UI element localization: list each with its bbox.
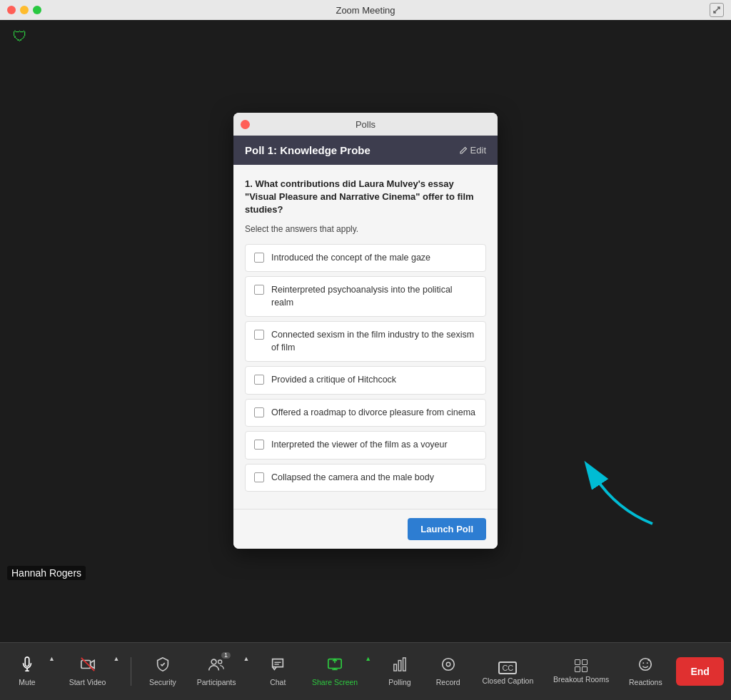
reactions-icon	[637, 656, 653, 675]
participants-chevron-icon[interactable]: ▲	[243, 655, 250, 662]
participants-button[interactable]: 1 Participants	[191, 652, 242, 691]
modal-titlebar: Polls	[233, 113, 498, 136]
security-button[interactable]: Security	[143, 652, 183, 691]
checkbox-5[interactable]	[254, 407, 264, 417]
video-icon	[80, 656, 96, 675]
svg-rect-14	[403, 658, 405, 671]
record-icon	[440, 656, 456, 675]
video-group: Start Video ▲	[64, 652, 120, 691]
record-button[interactable]: Record	[428, 652, 468, 691]
poll-question: 1. What contributions did Laura Mulvey's…	[245, 178, 486, 217]
video-button[interactable]: Start Video	[64, 652, 112, 691]
svg-point-15	[442, 659, 454, 671]
svg-point-18	[643, 662, 645, 664]
answer-option-4[interactable]: Provided a critique of Hitchcock	[245, 366, 486, 395]
answer-option-5[interactable]: Offered a roadmap to divorce pleasure fr…	[245, 399, 486, 427]
polling-label: Polling	[388, 678, 411, 686]
minimize-button[interactable]	[20, 6, 29, 14]
participant-count: 1	[221, 652, 231, 659]
video-chevron-icon[interactable]: ▲	[113, 655, 119, 662]
main-area: 🛡 Polls Poll 1: Knowledge Probe Edit 1. …	[0, 20, 731, 662]
checkbox-2[interactable]	[254, 285, 264, 295]
cc-label: Closed Caption	[482, 676, 533, 685]
mute-label: Mute	[19, 678, 35, 686]
expand-button[interactable]	[710, 3, 724, 17]
polling-icon	[393, 656, 407, 675]
share-screen-icon	[327, 656, 343, 675]
modal-title: Polls	[356, 119, 375, 130]
reactions-button[interactable]: Reactions	[623, 652, 668, 691]
mute-icon	[19, 656, 35, 675]
cc-badge: CC	[498, 661, 517, 674]
share-screen-button[interactable]: Share Screen	[306, 652, 363, 691]
answer-option-2[interactable]: Reinterpreted psychoanalysis into the po…	[245, 276, 486, 317]
title-bar: Zoom Meeting	[0, 0, 731, 20]
svg-point-5	[211, 659, 216, 664]
answer-text-6: Interpreted the viewer of the film as a …	[271, 439, 448, 452]
checkbox-6[interactable]	[254, 440, 264, 450]
grid-cell-1	[575, 659, 580, 665]
edit-button[interactable]: Edit	[459, 145, 486, 156]
video-label: Start Video	[69, 678, 106, 686]
svg-point-6	[218, 660, 222, 664]
cc-icon: CC	[498, 658, 517, 674]
poll-footer: Launch Poll	[233, 509, 498, 549]
svg-point-16	[446, 662, 450, 666]
modal-close-button[interactable]	[241, 120, 250, 129]
record-label: Record	[436, 678, 460, 686]
poll-content: 1. What contributions did Laura Mulvey's…	[233, 165, 498, 509]
breakout-icon	[575, 659, 588, 672]
share-group: Share Screen ▲	[306, 652, 371, 691]
share-chevron-icon[interactable]: ▲	[365, 655, 371, 662]
answer-option-6[interactable]: Interpreted the viewer of the film as a …	[245, 431, 486, 460]
grid-cell-3	[575, 666, 580, 672]
answer-text-7: Collapsed the camera and the male body	[271, 472, 434, 485]
polls-modal: Polls Poll 1: Knowledge Probe Edit 1. Wh…	[233, 113, 498, 549]
polling-button[interactable]: Polling	[380, 652, 420, 691]
close-button[interactable]	[7, 6, 16, 14]
toolbar: Mute ▲ Start Video ▲ Security	[0, 642, 731, 700]
grid-cell-2	[582, 659, 588, 665]
mute-button[interactable]: Mute	[7, 652, 47, 691]
answer-text-5: Offered a roadmap to divorce pleasure fr…	[271, 407, 475, 420]
breakout-label: Breakout Rooms	[553, 675, 609, 684]
share-label: Share Screen	[312, 678, 358, 686]
svg-line-4	[81, 658, 94, 671]
breakout-rooms-button[interactable]: Breakout Rooms	[548, 655, 615, 688]
checkbox-4[interactable]	[254, 375, 264, 385]
security-icon-toolbar	[155, 656, 171, 675]
checkbox-7[interactable]	[254, 472, 264, 482]
grid-cell-4	[582, 666, 588, 672]
mute-group: Mute ▲	[7, 652, 55, 691]
answer-text-3: Connected sexism in the film industry to…	[271, 329, 477, 354]
window-title: Zoom Meeting	[336, 5, 395, 16]
poll-header: Poll 1: Knowledge Probe Edit	[233, 136, 498, 165]
participants-group: 1 Participants ▲	[191, 652, 250, 691]
edit-label: Edit	[470, 145, 486, 156]
svg-rect-12	[394, 664, 397, 671]
arrow-indicator	[574, 460, 667, 534]
participants-icon: 1	[208, 656, 225, 675]
security-shield-icon: 🛡	[13, 29, 27, 45]
svg-point-19	[647, 662, 648, 664]
checkbox-3[interactable]	[254, 330, 264, 340]
participant-name: Hannah Rogers	[7, 566, 86, 580]
checkbox-1[interactable]	[254, 253, 264, 263]
traffic-lights	[7, 6, 41, 14]
answer-text-2: Reinterpreted psychoanalysis into the po…	[271, 284, 477, 309]
launch-poll-button[interactable]: Launch Poll	[408, 518, 486, 540]
svg-rect-13	[398, 661, 401, 671]
reactions-label: Reactions	[629, 678, 662, 686]
poll-title: Poll 1: Knowledge Probe	[245, 144, 370, 156]
answer-option-1[interactable]: Introduced the concept of the male gaze	[245, 244, 486, 273]
end-button[interactable]: End	[676, 657, 723, 686]
answer-option-3[interactable]: Connected sexism in the film industry to…	[245, 321, 486, 362]
fullscreen-button[interactable]	[33, 6, 41, 14]
grid-layout-icon	[575, 659, 588, 672]
mute-chevron-icon[interactable]: ▲	[49, 655, 55, 662]
answer-option-7[interactable]: Collapsed the camera and the male body	[245, 464, 486, 492]
closed-caption-button[interactable]: CC Closed Caption	[476, 654, 539, 689]
chat-button[interactable]: Chat	[258, 652, 298, 691]
security-label: Security	[149, 678, 176, 686]
answer-text-4: Provided a critique of Hitchcock	[271, 374, 396, 387]
